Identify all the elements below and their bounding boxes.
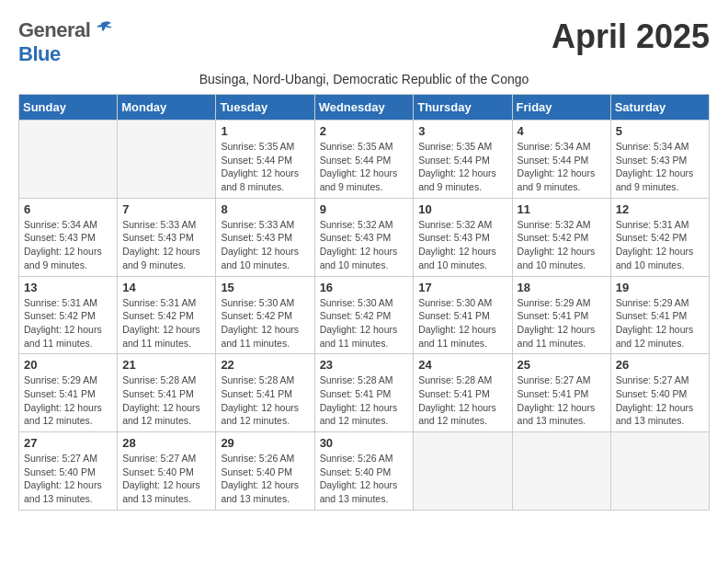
day-of-week-header: Tuesday bbox=[216, 95, 314, 121]
bird-icon bbox=[93, 18, 113, 42]
day-info: Sunrise: 5:31 AM Sunset: 5:42 PM Dayligh… bbox=[122, 296, 210, 350]
day-info: Sunrise: 5:34 AM Sunset: 5:44 PM Dayligh… bbox=[518, 140, 606, 194]
calendar-week-row: 20Sunrise: 5:29 AM Sunset: 5:41 PM Dayli… bbox=[19, 354, 710, 432]
day-info: Sunrise: 5:33 AM Sunset: 5:43 PM Dayligh… bbox=[122, 218, 210, 272]
day-number: 2 bbox=[320, 124, 409, 138]
day-info: Sunrise: 5:28 AM Sunset: 5:41 PM Dayligh… bbox=[320, 373, 409, 428]
days-of-week-row: SundayMondayTuesdayWednesdayThursdayFrid… bbox=[19, 95, 710, 121]
calendar-week-row: 6Sunrise: 5:34 AM Sunset: 5:43 PM Daylig… bbox=[19, 198, 710, 276]
day-info: Sunrise: 5:32 AM Sunset: 5:43 PM Dayligh… bbox=[320, 218, 409, 272]
day-info: Sunrise: 5:33 AM Sunset: 5:43 PM Dayligh… bbox=[221, 218, 309, 272]
subtitle: Businga, Nord-Ubangi, Democratic Republi… bbox=[18, 72, 710, 86]
day-info: Sunrise: 5:29 AM Sunset: 5:41 PM Dayligh… bbox=[616, 296, 704, 350]
calendar-day-cell: 11Sunrise: 5:32 AM Sunset: 5:42 PM Dayli… bbox=[512, 198, 610, 276]
day-number: 7 bbox=[122, 202, 210, 216]
day-of-week-header: Thursday bbox=[414, 95, 512, 121]
day-number: 3 bbox=[418, 124, 506, 138]
calendar-day-cell: 27Sunrise: 5:27 AM Sunset: 5:40 PM Dayli… bbox=[19, 432, 118, 511]
day-number: 30 bbox=[320, 436, 409, 450]
day-info: Sunrise: 5:34 AM Sunset: 5:43 PM Dayligh… bbox=[616, 140, 704, 194]
day-number: 13 bbox=[24, 281, 112, 294]
day-info: Sunrise: 5:27 AM Sunset: 5:41 PM Dayligh… bbox=[518, 373, 606, 428]
day-info: Sunrise: 5:28 AM Sunset: 5:41 PM Dayligh… bbox=[418, 373, 506, 428]
day-of-week-header: Saturday bbox=[610, 95, 709, 121]
calendar-day-cell bbox=[19, 121, 118, 199]
day-number: 27 bbox=[24, 436, 112, 450]
day-info: Sunrise: 5:30 AM Sunset: 5:41 PM Dayligh… bbox=[418, 296, 506, 350]
day-info: Sunrise: 5:27 AM Sunset: 5:40 PM Dayligh… bbox=[616, 373, 704, 428]
day-info: Sunrise: 5:27 AM Sunset: 5:40 PM Dayligh… bbox=[24, 452, 112, 506]
calendar-day-cell bbox=[414, 432, 512, 511]
calendar-day-cell: 21Sunrise: 5:28 AM Sunset: 5:41 PM Dayli… bbox=[118, 354, 216, 432]
calendar-day-cell: 8Sunrise: 5:33 AM Sunset: 5:43 PM Daylig… bbox=[216, 198, 314, 276]
day-number: 22 bbox=[221, 358, 309, 372]
day-number: 18 bbox=[518, 281, 606, 294]
calendar-day-cell: 14Sunrise: 5:31 AM Sunset: 5:42 PM Dayli… bbox=[118, 276, 216, 354]
day-number: 9 bbox=[320, 202, 409, 216]
day-number: 26 bbox=[616, 358, 704, 372]
day-info: Sunrise: 5:32 AM Sunset: 5:42 PM Dayligh… bbox=[518, 218, 606, 272]
day-info: Sunrise: 5:29 AM Sunset: 5:41 PM Dayligh… bbox=[518, 296, 606, 350]
calendar-day-cell: 20Sunrise: 5:29 AM Sunset: 5:41 PM Dayli… bbox=[19, 354, 118, 432]
day-number: 10 bbox=[418, 202, 506, 216]
calendar-day-cell bbox=[610, 432, 709, 511]
day-number: 21 bbox=[122, 358, 210, 372]
day-number: 16 bbox=[320, 281, 409, 294]
day-info: Sunrise: 5:35 AM Sunset: 5:44 PM Dayligh… bbox=[418, 140, 506, 194]
day-number: 28 bbox=[122, 436, 210, 450]
day-number: 4 bbox=[518, 124, 606, 138]
day-number: 19 bbox=[616, 281, 704, 294]
day-number: 14 bbox=[122, 281, 210, 294]
day-number: 1 bbox=[221, 124, 309, 138]
day-number: 17 bbox=[418, 281, 506, 294]
day-info: Sunrise: 5:31 AM Sunset: 5:42 PM Dayligh… bbox=[616, 218, 704, 272]
logo: General Blue bbox=[18, 18, 113, 66]
calendar-week-row: 27Sunrise: 5:27 AM Sunset: 5:40 PM Dayli… bbox=[19, 432, 710, 511]
day-number: 29 bbox=[221, 436, 309, 450]
calendar-day-cell bbox=[118, 121, 216, 199]
day-number: 25 bbox=[518, 358, 606, 372]
day-number: 8 bbox=[221, 202, 309, 216]
calendar-day-cell: 1Sunrise: 5:35 AM Sunset: 5:44 PM Daylig… bbox=[216, 121, 314, 199]
calendar-day-cell: 19Sunrise: 5:29 AM Sunset: 5:41 PM Dayli… bbox=[610, 276, 709, 354]
day-number: 11 bbox=[518, 202, 606, 216]
calendar-body: 1Sunrise: 5:35 AM Sunset: 5:44 PM Daylig… bbox=[19, 121, 710, 511]
day-of-week-header: Friday bbox=[512, 95, 610, 121]
calendar-day-cell: 10Sunrise: 5:32 AM Sunset: 5:43 PM Dayli… bbox=[414, 198, 512, 276]
calendar-day-cell: 22Sunrise: 5:28 AM Sunset: 5:41 PM Dayli… bbox=[216, 354, 314, 432]
calendar-day-cell: 28Sunrise: 5:27 AM Sunset: 5:40 PM Dayli… bbox=[118, 432, 216, 511]
calendar-day-cell: 24Sunrise: 5:28 AM Sunset: 5:41 PM Dayli… bbox=[414, 354, 512, 432]
day-of-week-header: Sunday bbox=[19, 95, 118, 121]
month-title: April 2025 bbox=[552, 18, 710, 55]
calendar-day-cell: 13Sunrise: 5:31 AM Sunset: 5:42 PM Dayli… bbox=[19, 276, 118, 354]
day-info: Sunrise: 5:26 AM Sunset: 5:40 PM Dayligh… bbox=[320, 452, 409, 506]
calendar-day-cell: 6Sunrise: 5:34 AM Sunset: 5:43 PM Daylig… bbox=[19, 198, 118, 276]
day-number: 20 bbox=[24, 358, 112, 372]
day-info: Sunrise: 5:28 AM Sunset: 5:41 PM Dayligh… bbox=[122, 373, 210, 428]
day-info: Sunrise: 5:35 AM Sunset: 5:44 PM Dayligh… bbox=[320, 140, 409, 194]
calendar-day-cell: 18Sunrise: 5:29 AM Sunset: 5:41 PM Dayli… bbox=[512, 276, 610, 354]
calendar-day-cell: 9Sunrise: 5:32 AM Sunset: 5:43 PM Daylig… bbox=[314, 198, 414, 276]
calendar-day-cell: 29Sunrise: 5:26 AM Sunset: 5:40 PM Dayli… bbox=[216, 432, 314, 511]
day-number: 5 bbox=[616, 124, 704, 138]
day-of-week-header: Monday bbox=[118, 95, 216, 121]
day-info: Sunrise: 5:27 AM Sunset: 5:40 PM Dayligh… bbox=[122, 452, 210, 506]
calendar-week-row: 13Sunrise: 5:31 AM Sunset: 5:42 PM Dayli… bbox=[19, 276, 710, 354]
calendar-day-cell: 15Sunrise: 5:30 AM Sunset: 5:42 PM Dayli… bbox=[216, 276, 314, 354]
calendar-day-cell: 23Sunrise: 5:28 AM Sunset: 5:41 PM Dayli… bbox=[314, 354, 414, 432]
day-info: Sunrise: 5:30 AM Sunset: 5:42 PM Dayligh… bbox=[320, 296, 409, 350]
day-info: Sunrise: 5:32 AM Sunset: 5:43 PM Dayligh… bbox=[418, 218, 506, 272]
day-number: 12 bbox=[616, 202, 704, 216]
calendar-day-cell bbox=[512, 432, 610, 511]
logo-general-text: General bbox=[18, 18, 90, 42]
day-info: Sunrise: 5:31 AM Sunset: 5:42 PM Dayligh… bbox=[24, 296, 112, 350]
calendar-day-cell: 12Sunrise: 5:31 AM Sunset: 5:42 PM Dayli… bbox=[610, 198, 709, 276]
day-number: 24 bbox=[418, 358, 506, 372]
calendar-day-cell: 30Sunrise: 5:26 AM Sunset: 5:40 PM Dayli… bbox=[314, 432, 414, 511]
logo-blue-text: Blue bbox=[18, 42, 61, 66]
day-info: Sunrise: 5:29 AM Sunset: 5:41 PM Dayligh… bbox=[24, 373, 112, 428]
calendar-day-cell: 2Sunrise: 5:35 AM Sunset: 5:44 PM Daylig… bbox=[314, 121, 414, 199]
day-of-week-header: Wednesday bbox=[314, 95, 414, 121]
calendar-day-cell: 3Sunrise: 5:35 AM Sunset: 5:44 PM Daylig… bbox=[414, 121, 512, 199]
day-info: Sunrise: 5:35 AM Sunset: 5:44 PM Dayligh… bbox=[221, 140, 309, 194]
